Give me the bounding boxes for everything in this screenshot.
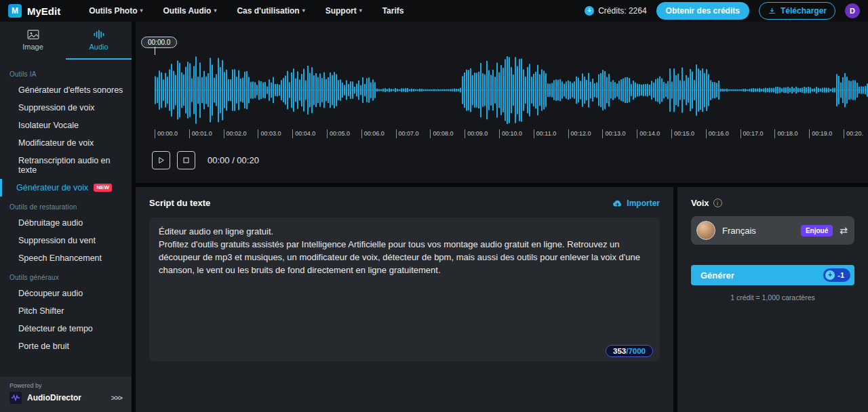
image-icon [27,29,39,40]
playhead-marker[interactable] [155,47,155,55]
waveform-graphic[interactable] [155,55,868,125]
sidebar-nav: Outils IA Générateur d'effets sonores Su… [0,60,132,355]
tab-audio-label: Audio [89,43,108,51]
nav-outils-photo[interactable]: Outils Photo ▾ [89,6,142,16]
powered-by-label: Powered by [9,382,122,389]
sidebar-tabs: Image Audio [0,22,132,60]
waveform-area[interactable] [155,55,868,125]
generate-label: Générer [701,270,734,281]
topbar: M MyEdit Outils Photo ▾ Outils Audio ▾ C… [0,0,868,22]
voice-selector-card[interactable]: Français Enjoué ⇄ [691,216,854,245]
ruler-tick-label: 00:06.0 [361,129,384,138]
credit-conversion-note: 1 crédit = 1,000 caractères [691,293,854,302]
nav-outils-audio[interactable]: Outils Audio ▾ [163,6,217,16]
ruler-tick-label: 00:14.0 [637,129,660,138]
powered-by-block: Powered by AudioDirector >>> [0,377,132,412]
chevron-down-icon: ▾ [140,8,143,14]
nav-label: Support [326,6,357,16]
sidebar-item-speech-enhancement[interactable]: Speech Enhancement [0,249,132,267]
ruler-tick-label: 00:01.0 [189,129,212,138]
download-label: Télécharger [781,6,827,16]
section-title-outils-ia: Outils IA [0,64,132,81]
sidebar-item-generateur-effets-sonores[interactable]: Générateur d'effets sonores [0,81,132,99]
tab-audio[interactable]: Audio [66,22,132,60]
sidebar-item-generateur-de-voix[interactable]: Générateur de voix NEW [0,179,132,197]
sidebar-item-retranscription-audio[interactable]: Retranscription audio en texte [0,152,132,179]
sidebar-item-debruitage-audio[interactable]: Débruitage audio [0,214,132,232]
ruler-tick-label: 00:13.0 [602,129,625,138]
ruler-tick-label: 00:07.0 [396,129,419,138]
get-credits-button[interactable]: Obtenir des crédits [656,2,749,20]
ruler-tick-label: 00:08.0 [430,129,453,138]
stop-button[interactable] [177,151,195,169]
voice-panel-title: Voix [691,198,709,208]
download-button[interactable]: Télécharger [759,2,835,20]
swap-voice-icon[interactable]: ⇄ [840,225,848,236]
tab-image[interactable]: Image [0,22,66,60]
sidebar-item-pitch-shifter[interactable]: Pitch Shifter [0,302,132,320]
character-count-badge: 353/7000 [606,345,653,357]
nav-cas-utilisation[interactable]: Cas d'utilisation ▾ [237,6,304,16]
sidebar-item-detecteur-de-tempo[interactable]: Détecteur de tempo [0,320,132,337]
script-panel: Script du texte Importer Éditeur audio e… [136,187,673,412]
download-icon [768,7,776,16]
credits-display[interactable]: + Crédits: 2264 [585,6,646,16]
sidebar-item-label: Générateur de voix [16,183,88,192]
audiodirector-brand[interactable]: AudioDirector [27,393,81,403]
voice-language: Français [722,226,756,236]
ruler-tick-label: 00:12.0 [568,129,591,138]
ruler-tick-label: 00:19.0 [809,129,832,138]
user-avatar[interactable]: D [845,3,860,18]
character-limit: /7000 [626,347,646,355]
script-panel-title: Script du texte [149,198,210,208]
audiodirector-icon [9,392,22,404]
audio-waveform-icon [93,29,105,40]
voice-panel: Voix i Français Enjoué ⇄ Générer + -1 1 [677,187,868,412]
play-icon [157,156,165,165]
credits-coin-icon: + [585,6,594,16]
credits-count: Crédits: 2264 [598,6,646,16]
playhead-time-pill[interactable]: 00:00.0 [141,37,177,48]
tab-image-label: Image [22,43,43,51]
myedit-logo-icon[interactable]: M [8,4,22,18]
nav-label: Tarifs [382,6,404,16]
import-button[interactable]: Importer [612,199,660,208]
ruler-tick-label: 00:11.0 [534,129,556,138]
credit-cost: -1 [837,271,844,279]
ruler-tick-label: 00:15.0 [671,129,694,138]
play-button[interactable] [152,151,170,169]
sidebar-item-suppression-du-vent[interactable]: Suppression du vent [0,232,132,249]
stop-icon [182,156,191,165]
credit-coin-icon: + [825,270,835,280]
generate-button[interactable]: Générer + -1 [691,265,854,285]
ruler-tick-label: 00:04.0 [292,129,315,138]
ruler-tick-label: 00:20. [844,129,863,138]
ruler-tick-label: 00:05.0 [327,129,350,138]
ruler-tick-label: 00:02.0 [224,129,247,138]
info-icon[interactable]: i [713,199,722,207]
sidebar-item-isolateur-vocale[interactable]: Isolateur Vocale [0,117,132,134]
character-count: 353 [613,347,626,355]
transport-controls: 00:00 / 00:20 [152,151,868,169]
upload-cloud-icon [612,199,623,207]
ruler-tick-label: 00:00.0 [155,129,178,138]
ruler-tick-label: 00:18.0 [774,129,797,138]
app-title[interactable]: MyEdit [27,5,60,17]
time-ruler[interactable]: 00:00.000:01.000:02.000:03.000:04.000:05… [155,128,868,143]
sidebar-item-modificateur-de-voix[interactable]: Modificateur de voix [0,134,132,152]
expand-icon[interactable]: >>> [111,394,122,402]
sidebar-item-decoupeur-audio[interactable]: Découpeur audio [0,285,132,302]
transport-time: 00:00 / 00:20 [208,155,259,165]
chevron-down-icon: ▾ [302,8,305,14]
ruler-tick-label: 00:17.0 [741,129,764,138]
credit-cost-pill: + -1 [823,268,850,282]
script-text-input[interactable]: Éditeur audio en ligne gratuit. Profitez… [149,218,660,361]
import-label: Importer [627,199,660,208]
ruler-tick-label: 00:09.0 [465,129,488,138]
sidebar-item-suppression-de-voix[interactable]: Suppression de voix [0,99,132,117]
ruler-tick-label: 00:03.0 [258,129,281,138]
sidebar-item-porte-de-bruit[interactable]: Porte de bruit [0,337,132,355]
nav-support[interactable]: Support ▾ [326,6,362,16]
nav-tarifs[interactable]: Tarifs [382,6,404,16]
chevron-down-icon: ▾ [359,8,362,14]
